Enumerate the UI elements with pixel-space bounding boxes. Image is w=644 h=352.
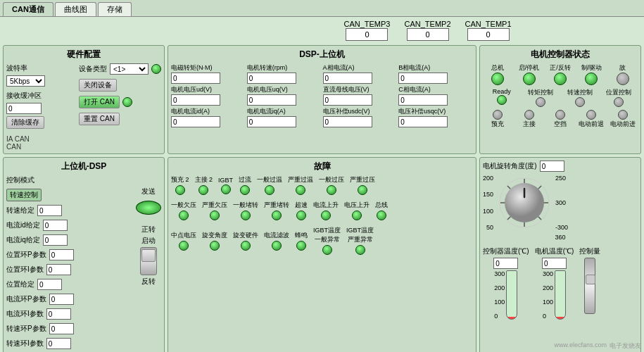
fault-led-17	[210, 241, 220, 251]
receive-buffer-input[interactable]	[6, 103, 42, 114]
dsp-input-7[interactable]	[398, 94, 448, 106]
dsp-title: DSP-上位机	[171, 49, 473, 61]
ms-mode-led-2	[575, 97, 585, 107]
speed-input[interactable]	[37, 205, 62, 216]
ms-mode-label-0: Ready	[493, 88, 511, 95]
dsp-field-6: 直流母线电压(V)	[323, 85, 398, 106]
pos-i-input[interactable]	[46, 264, 71, 275]
ct-scale-100: 100	[494, 298, 505, 306]
control-mode-label: 控制模式	[6, 175, 34, 185]
speed-p-input[interactable]	[49, 323, 74, 334]
dsp-input-3[interactable]	[398, 73, 448, 84]
fault-item-6: 一般过压	[319, 175, 344, 195]
mt-scale-100: 100	[543, 298, 553, 306]
fault-item-18: 旋变硬件	[233, 231, 258, 251]
current-i-input[interactable]	[46, 308, 71, 320]
dsp-label-6: 直流母线电压(V)	[323, 85, 398, 94]
rotation-input[interactable]	[540, 161, 564, 172]
speed-i-input[interactable]	[46, 338, 71, 349]
fault-label-22: IGBT温度 严重异常	[346, 226, 374, 244]
baud-rate-select[interactable]: 5Kbps 10Kbps 20Kbps	[6, 75, 45, 87]
open-can-led	[122, 97, 132, 107]
fault-row-3: 中点电压 旋变角度 旋变硬件 电流滤波 蜂鸣 IGBT温度 一般异常	[171, 226, 473, 255]
fault-led-3	[240, 185, 250, 195]
fault-label-7: 严重过压	[350, 175, 375, 184]
start-label: 启动	[141, 236, 156, 246]
dsp-input-11[interactable]	[398, 116, 448, 127]
ms-label-3: 制/驱动	[581, 63, 602, 73]
control-slider[interactable]	[584, 258, 595, 314]
fault-led-15	[377, 210, 386, 220]
sensor-can-temp1-input[interactable]	[467, 28, 510, 41]
fault-item-4: 一般过温	[257, 175, 282, 195]
dsp-input-8[interactable]	[171, 116, 220, 127]
open-can-label: 打开 CAN	[84, 98, 115, 106]
fault-label-5: 严重过温	[288, 175, 313, 184]
fault-label-1: 主接 2	[195, 175, 213, 184]
close-device-btn[interactable]: 关闭设备	[79, 79, 117, 92]
current-iq-input[interactable]	[43, 234, 68, 246]
dsp-input-5[interactable]	[247, 94, 296, 106]
clear-buffer-btn[interactable]: 清除缓存	[6, 116, 44, 129]
controller-temp-input[interactable]	[493, 258, 518, 269]
fault-item-16: 中点电压	[171, 231, 196, 251]
scale-360: 360	[483, 234, 638, 241]
mt-scale-0: 0	[543, 313, 553, 320]
ct-scale-300: 300	[494, 270, 505, 277]
motor-status-panel: 电机控制器状态 总机 启/停机 正/反转 制/驱动 故	[479, 45, 641, 154]
device-type-select[interactable]: <1>	[110, 63, 149, 75]
sensor-can-temp2-input[interactable]	[407, 28, 449, 41]
current-p-input[interactable]	[49, 294, 74, 305]
ms-mode-3: 位置控制	[600, 88, 638, 107]
ms-cell-0: 总机	[483, 63, 512, 85]
dsp-input-0[interactable]	[171, 73, 220, 84]
ms-led-2	[554, 73, 567, 85]
reset-can-btn[interactable]: 重置 CAN	[79, 113, 120, 125]
dsp-label-11: 电压补偿usqc(V)	[398, 107, 473, 116]
motor-temp-input[interactable]	[542, 258, 567, 269]
dsp-input-2[interactable]	[323, 73, 372, 84]
ct-scale-200: 200	[494, 284, 505, 291]
ms-row3-0: 预充	[483, 110, 512, 129]
dsp-field-0: 电磁转矩(N·M)	[171, 63, 246, 84]
dsp-input-4[interactable]	[171, 94, 220, 106]
tab-chart[interactable]: 曲线图	[55, 2, 96, 16]
fault-item-19: 电流滤波	[264, 231, 289, 251]
ms-label-1: 启/停机	[519, 63, 540, 73]
current-id-label: 电流id给定	[6, 220, 40, 230]
ms-mode-2: 转速控制	[561, 88, 599, 107]
ms-row3-label-0: 预充	[491, 120, 504, 129]
fault-label-18: 旋变硬件	[233, 231, 258, 240]
tab-can[interactable]: CAN通信	[3, 2, 53, 16]
pos-p-input[interactable]	[49, 249, 74, 260]
fault-panel: 故障 预充 2 主接 2 IGBT 过流 一般过温	[168, 157, 476, 352]
fault-label-4: 一般过温	[257, 175, 282, 184]
dsp-field-5: 电机电压uq(V)	[247, 85, 322, 106]
fault-led-10	[241, 210, 251, 220]
fault-led-1	[198, 185, 208, 195]
ms-row3-led-4	[618, 110, 628, 120]
dsp-input-10[interactable]	[323, 116, 372, 127]
ms-row3-led-2	[555, 110, 565, 120]
dsp-field-3: B相电流(A)	[398, 63, 473, 84]
tab-storage[interactable]: 存储	[98, 2, 132, 16]
dsp-input-6[interactable]	[323, 94, 372, 106]
pos-set-input[interactable]	[37, 279, 62, 290]
ms-row3-label-2: 空挡	[554, 120, 567, 129]
dsp-input-1[interactable]	[247, 73, 296, 84]
sensor-can-temp3-input[interactable]	[346, 28, 388, 41]
scale-100: 100	[483, 208, 493, 215]
dsp-field-4: 电机电压ud(V)	[171, 85, 246, 106]
upper-machine-panel: 上位机-DSP 控制模式 转速控制 转速给定 电流id给定	[3, 157, 165, 352]
dsp-label-0: 电磁转矩(N·M)	[171, 63, 246, 73]
dsp-label-9: 电机电流iq(A)	[247, 107, 322, 116]
dsp-input-9[interactable]	[247, 116, 296, 127]
fault-label-12: 超速	[295, 201, 308, 210]
motor-temp-label: 电机温度(℃)	[535, 246, 574, 256]
fault-label-10: 一般堵转	[233, 201, 258, 210]
dsp-field-11: 电压补偿usqc(V)	[398, 107, 473, 127]
direction-toggle[interactable]	[140, 247, 157, 275]
speed-p-label: 转速环P参数	[6, 324, 46, 334]
open-can-btn[interactable]: 打开 CAN	[79, 96, 120, 108]
current-id-input[interactable]	[43, 220, 68, 231]
